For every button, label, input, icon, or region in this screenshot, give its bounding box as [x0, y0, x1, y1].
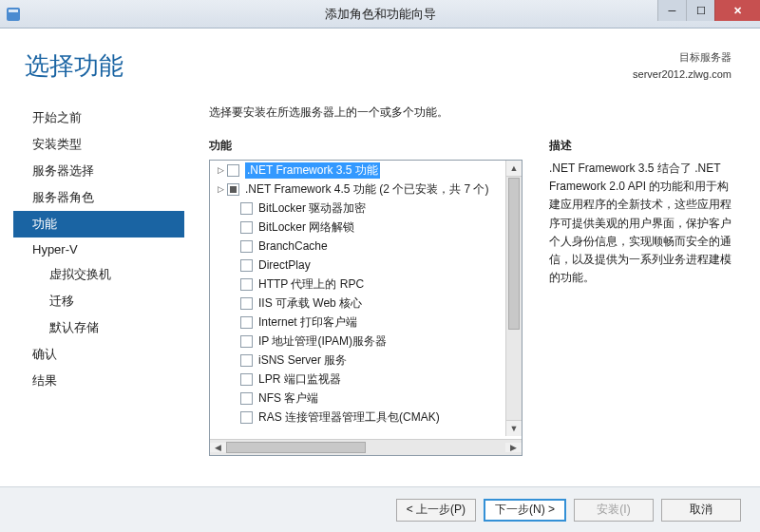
- feature-label: DirectPlay: [258, 258, 311, 272]
- feature-label: HTTP 代理上的 RPC: [258, 276, 364, 293]
- titlebar: 添加角色和功能向导 ─ ☐ ✕: [0, 0, 760, 28]
- feature-row[interactable]: LPR 端口监视器: [210, 370, 522, 389]
- feature-checkbox[interactable]: [240, 335, 253, 348]
- feature-label: NFS 客户端: [258, 390, 318, 407]
- nav-item[interactable]: 功能: [13, 211, 184, 238]
- vertical-scrollbar[interactable]: ▲ ▼: [505, 161, 522, 436]
- nav-item[interactable]: 虚拟交换机: [13, 261, 184, 288]
- feature-label: Internet 打印客户端: [258, 314, 357, 331]
- feature-row[interactable]: BitLocker 驱动器加密: [210, 199, 522, 218]
- nav-item[interactable]: 开始之前: [13, 104, 184, 131]
- window-title: 添加角色和功能向导: [325, 6, 436, 23]
- install-button[interactable]: 安装(I): [574, 499, 654, 522]
- feature-row[interactable]: Internet 打印客户端: [210, 313, 522, 332]
- wizard-window: 添加角色和功能向导 ─ ☐ ✕ 选择功能 目标服务器 server2012.zl…: [0, 0, 760, 532]
- nav-item[interactable]: 服务器选择: [13, 158, 184, 184]
- nav-item[interactable]: Hyper-V: [13, 238, 184, 261]
- feature-label: BranchCache: [258, 239, 328, 253]
- feature-row[interactable]: DirectPlay: [210, 256, 522, 275]
- expand-icon[interactable]: ▷: [214, 184, 227, 194]
- feature-row[interactable]: IIS 可承载 Web 核心: [210, 294, 522, 313]
- feature-checkbox[interactable]: [240, 411, 253, 424]
- next-button[interactable]: 下一步(N) >: [484, 499, 566, 522]
- scroll-right-icon[interactable]: ▶: [505, 443, 522, 452]
- features-list: ▷.NET Framework 3.5 功能▷.NET Framework 4.…: [210, 161, 522, 439]
- feature-checkbox[interactable]: [227, 164, 239, 177]
- previous-button[interactable]: < 上一步(P): [396, 499, 476, 522]
- feature-checkbox[interactable]: [240, 240, 253, 253]
- feature-label: IP 地址管理(IPAM)服务器: [258, 333, 387, 350]
- feature-label: LPR 端口监视器: [258, 371, 341, 388]
- nav-item[interactable]: 迁移: [13, 288, 184, 314]
- feature-label: RAS 连接管理器管理工具包(CMAK): [258, 409, 440, 426]
- window-controls: ─ ☐ ✕: [657, 0, 760, 21]
- feature-checkbox[interactable]: [227, 183, 239, 196]
- maximize-button[interactable]: ☐: [686, 0, 714, 21]
- feature-checkbox[interactable]: [240, 278, 253, 291]
- nav-item[interactable]: 确认: [13, 341, 184, 368]
- target-server-label: 目标服务器: [633, 49, 732, 66]
- feature-label: IIS 可承载 Web 核心: [258, 295, 362, 312]
- scroll-down-icon[interactable]: ▼: [506, 420, 522, 436]
- hscroll-thumb[interactable]: [226, 442, 366, 453]
- description-text: .NET Framework 3.5 结合了 .NET Framework 2.…: [549, 160, 732, 287]
- feature-label: .NET Framework 3.5 功能: [245, 162, 380, 179]
- instruction-text: 选择要安装在所选服务器上的一个或多个功能。: [209, 104, 732, 121]
- feature-row[interactable]: HTTP 代理上的 RPC: [210, 275, 522, 294]
- expand-icon[interactable]: ▷: [214, 165, 227, 175]
- feature-checkbox[interactable]: [240, 259, 253, 272]
- feature-row[interactable]: BranchCache: [210, 237, 522, 256]
- feature-row[interactable]: ▷.NET Framework 3.5 功能: [210, 161, 522, 180]
- horizontal-scrollbar[interactable]: ◀ ▶: [210, 439, 522, 455]
- feature-label: BitLocker 网络解锁: [258, 219, 354, 236]
- wizard-nav: 开始之前安装类型服务器选择服务器角色功能Hyper-V虚拟交换机迁移默认存储确认…: [13, 104, 184, 394]
- feature-checkbox[interactable]: [240, 297, 253, 310]
- features-label: 功能: [209, 138, 522, 154]
- feature-label: BitLocker 驱动器加密: [258, 200, 366, 217]
- page-title: 选择功能: [25, 49, 124, 83]
- feature-row[interactable]: BitLocker 网络解锁: [210, 218, 522, 237]
- feature-row[interactable]: NFS 客户端: [210, 389, 522, 408]
- app-icon: [0, 0, 27, 28]
- cancel-button[interactable]: 取消: [661, 499, 741, 522]
- feature-checkbox[interactable]: [240, 221, 253, 234]
- nav-item[interactable]: 服务器角色: [13, 184, 184, 211]
- feature-checkbox[interactable]: [240, 373, 253, 386]
- scroll-thumb[interactable]: [508, 178, 520, 330]
- content-area: 选择功能 目标服务器 server2012.zlwg.com 开始之前安装类型服…: [0, 28, 760, 486]
- scroll-left-icon[interactable]: ◀: [210, 443, 226, 452]
- features-listbox[interactable]: ▷.NET Framework 3.5 功能▷.NET Framework 4.…: [209, 160, 522, 456]
- feature-checkbox[interactable]: [240, 392, 253, 405]
- feature-checkbox[interactable]: [240, 354, 253, 367]
- footer: < 上一步(P) 下一步(N) > 安装(I) 取消: [0, 486, 760, 532]
- svg-rect-1: [9, 10, 18, 12]
- target-server-name: server2012.zlwg.com: [633, 66, 732, 84]
- feature-checkbox[interactable]: [240, 202, 253, 215]
- feature-label: .NET Framework 4.5 功能 (2 个已安装，共 7 个): [245, 181, 488, 198]
- nav-item[interactable]: 结果: [13, 368, 184, 394]
- target-server-info: 目标服务器 server2012.zlwg.com: [633, 49, 732, 83]
- nav-item[interactable]: 默认存储: [13, 314, 184, 341]
- feature-label: iSNS Server 服务: [258, 352, 347, 369]
- nav-item[interactable]: 安装类型: [13, 131, 184, 158]
- feature-row[interactable]: iSNS Server 服务: [210, 351, 522, 370]
- feature-row[interactable]: ▷.NET Framework 4.5 功能 (2 个已安装，共 7 个): [210, 180, 522, 199]
- minimize-button[interactable]: ─: [657, 0, 686, 21]
- close-button[interactable]: ✕: [714, 0, 760, 21]
- feature-checkbox[interactable]: [240, 316, 253, 329]
- main-panel: 选择要安装在所选服务器上的一个或多个功能。 功能 ▷.NET Framework…: [209, 104, 732, 477]
- description-label: 描述: [549, 138, 732, 154]
- feature-row[interactable]: RAS 连接管理器管理工具包(CMAK): [210, 408, 522, 427]
- feature-row[interactable]: IP 地址管理(IPAM)服务器: [210, 332, 522, 351]
- scroll-up-icon[interactable]: ▲: [506, 161, 522, 177]
